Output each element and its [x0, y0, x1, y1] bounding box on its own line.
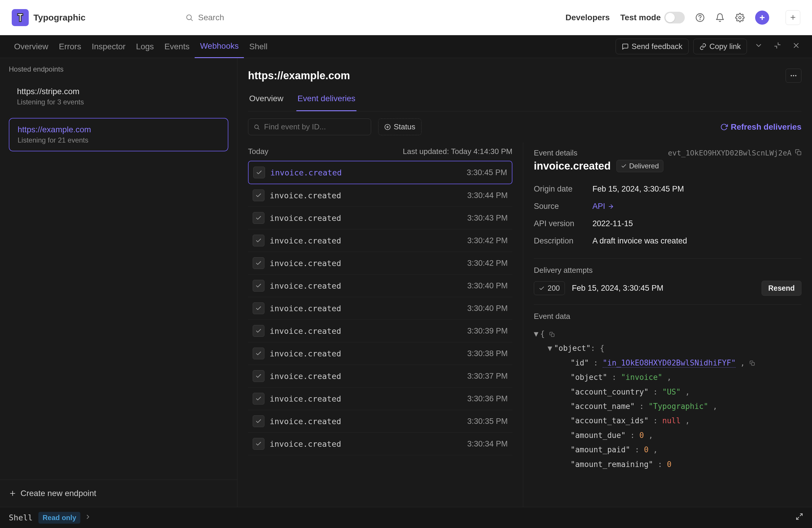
subtab-event-deliveries[interactable]: Event deliveries: [296, 90, 357, 111]
gear-icon[interactable]: [735, 13, 744, 22]
subtab-overview[interactable]: Overview: [248, 90, 285, 111]
tab-events[interactable]: Events: [159, 35, 195, 58]
refresh-button[interactable]: Refresh deliveries: [720, 122, 801, 132]
copy-icon[interactable]: [795, 148, 801, 158]
event-row[interactable]: invoice.created 3:30:36 PM: [248, 387, 512, 410]
bell-icon[interactable]: [715, 13, 725, 22]
event-checkbox[interactable]: [253, 370, 264, 382]
event-checkbox[interactable]: [253, 212, 264, 224]
expand-icon[interactable]: [796, 513, 803, 523]
event-checkbox[interactable]: [253, 325, 264, 337]
search-input[interactable]: [198, 13, 286, 22]
status-filter[interactable]: Status: [378, 118, 422, 135]
event-name: invoice.created: [270, 327, 341, 336]
endpoint-item[interactable]: https://example.com Listening for 21 eve…: [9, 118, 228, 151]
event-row[interactable]: invoice.created 3:30:44 PM: [248, 184, 512, 207]
event-checkbox[interactable]: [253, 235, 264, 246]
event-time: 3:30:34 PM: [467, 439, 508, 448]
event-row[interactable]: invoice.created 3:30:40 PM: [248, 274, 512, 297]
source-link[interactable]: API: [592, 202, 614, 211]
event-time: 3:30:40 PM: [467, 304, 508, 313]
status-filter-label: Status: [394, 122, 415, 131]
global-search[interactable]: [185, 13, 565, 22]
svg-point-9: [791, 75, 792, 76]
description-key: Description: [534, 237, 592, 245]
copy-icon[interactable]: [750, 360, 755, 366]
tab-logs[interactable]: Logs: [131, 35, 159, 58]
shell-label: Shell: [9, 513, 32, 522]
developers-link[interactable]: Developers: [565, 13, 610, 22]
event-time: 3:30:38 PM: [467, 349, 508, 358]
event-name: invoice.created: [270, 372, 341, 381]
copy-link-button[interactable]: Copy link: [693, 39, 747, 54]
event-checkbox[interactable]: [253, 257, 264, 269]
page-title: https://example.com: [248, 70, 350, 82]
event-row[interactable]: invoice.created 3:30:42 PM: [248, 252, 512, 274]
close-icon[interactable]: [789, 41, 803, 52]
event-checkbox[interactable]: [253, 167, 265, 179]
description-val: A draft invoice was created: [592, 237, 687, 245]
event-row[interactable]: invoice.created 3:30:35 PM: [248, 410, 512, 433]
check-icon: [539, 285, 545, 291]
event-name: invoice.created: [270, 394, 341, 403]
event-search-input[interactable]: [264, 122, 365, 131]
event-checkbox[interactable]: [253, 393, 264, 404]
create-endpoint-label: Create new endpoint: [20, 489, 96, 498]
send-feedback-label: Send feedback: [632, 42, 682, 51]
event-checkbox[interactable]: [253, 438, 264, 450]
help-icon[interactable]: [695, 13, 705, 22]
event-row[interactable]: invoice.created 3:30:42 PM: [248, 229, 512, 252]
more-icon[interactable]: [786, 69, 801, 83]
tab-webhooks[interactable]: Webhooks: [195, 35, 244, 58]
event-name: invoice.created: [270, 417, 341, 426]
add-panel-button[interactable]: +: [786, 10, 800, 25]
copy-icon[interactable]: [549, 332, 555, 337]
api-version-key: API version: [534, 219, 592, 228]
event-title: invoice.created: [534, 160, 611, 172]
event-checkbox[interactable]: [253, 280, 264, 291]
chevron-right-icon[interactable]: [84, 513, 91, 523]
send-feedback-button[interactable]: Send feedback: [615, 39, 688, 54]
plus-circle-icon: [384, 124, 391, 130]
collapse-icon[interactable]: [770, 41, 784, 52]
svg-line-22: [796, 517, 799, 519]
event-details-label: Event details: [534, 148, 578, 158]
tab-shell[interactable]: Shell: [244, 35, 273, 58]
create-endpoint-button[interactable]: Create new endpoint: [0, 480, 237, 507]
event-row[interactable]: invoice.created 3:30:43 PM: [248, 207, 512, 229]
svg-point-4: [739, 16, 741, 19]
tab-overview[interactable]: Overview: [9, 35, 54, 58]
event-checkbox[interactable]: [253, 347, 264, 359]
event-time: 3:30:43 PM: [467, 214, 508, 223]
resend-button[interactable]: Resend: [762, 281, 801, 296]
event-time: 3:30:44 PM: [467, 191, 508, 200]
event-row[interactable]: invoice.created 3:30:37 PM: [248, 365, 512, 387]
event-row[interactable]: invoice.created 3:30:34 PM: [248, 433, 512, 455]
test-mode-toggle[interactable]: [664, 12, 685, 24]
event-name: invoice.created: [270, 439, 341, 448]
event-checkbox[interactable]: [253, 415, 264, 427]
event-row[interactable]: invoice.created 3:30:39 PM: [248, 320, 512, 342]
tab-errors[interactable]: Errors: [54, 35, 86, 58]
refresh-icon: [720, 123, 728, 131]
event-name: invoice.created: [270, 304, 341, 313]
event-time: 3:30:39 PM: [467, 327, 508, 336]
event-row[interactable]: invoice.created 3:30:40 PM: [248, 297, 512, 320]
event-name: invoice.created: [270, 168, 342, 177]
event-row[interactable]: invoice.created 3:30:45 PM: [248, 161, 512, 184]
search-icon: [253, 124, 260, 130]
create-button[interactable]: +: [755, 11, 769, 25]
event-id: evt_1OkEO9HXYD02BwlScnLWj2eA: [668, 149, 792, 157]
chat-icon: [622, 43, 629, 50]
chevron-down-icon[interactable]: [752, 41, 766, 52]
event-data-json: ▼{ ▼"object": { "id" : "in_1OkEO8HXYD02B…: [534, 327, 801, 472]
svg-rect-19: [551, 333, 554, 337]
tab-inspector[interactable]: Inspector: [86, 35, 131, 58]
event-checkbox[interactable]: [253, 302, 264, 314]
event-search[interactable]: [248, 118, 371, 135]
event-data-label: Event data: [534, 312, 801, 321]
event-checkbox[interactable]: [253, 189, 264, 201]
event-row[interactable]: invoice.created 3:30:38 PM: [248, 342, 512, 365]
app-name: Typographic: [33, 13, 86, 23]
endpoint-item[interactable]: https://stripe.com Listening for 3 event…: [9, 80, 228, 113]
